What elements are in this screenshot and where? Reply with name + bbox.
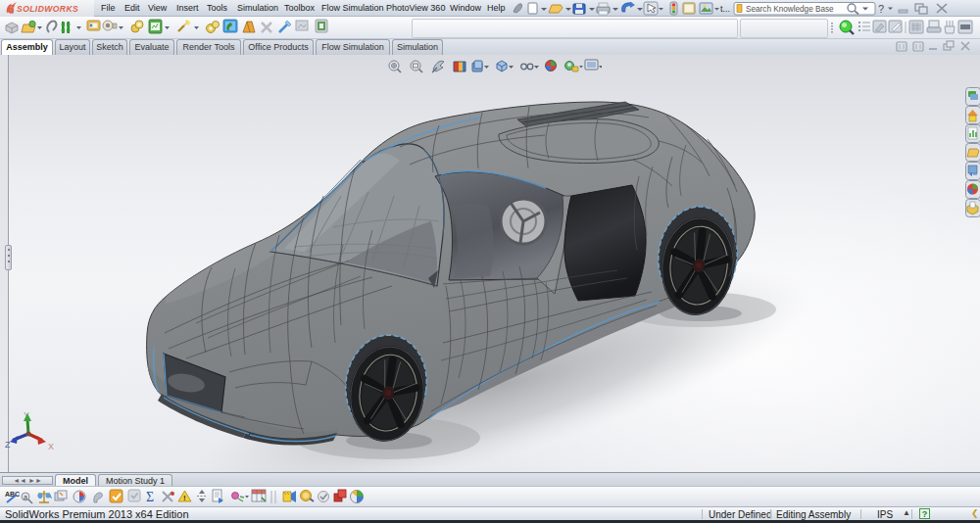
svg-text:S: S [8, 4, 15, 15]
svg-text:Search Knowledge Base: Search Knowledge Base [746, 5, 834, 14]
svg-text:Σ: Σ [146, 490, 154, 504]
svg-text:?: ? [878, 3, 884, 15]
svg-text:X: X [48, 442, 54, 452]
svg-text:a: a [24, 494, 27, 500]
svg-text:t...: t... [720, 4, 730, 14]
svg-text:ABC: ABC [5, 491, 20, 498]
svg-text:SOLIDWORKS: SOLIDWORKS [17, 4, 78, 14]
svg-text:!: ! [183, 494, 186, 502]
svg-text:Z: Z [5, 440, 11, 450]
